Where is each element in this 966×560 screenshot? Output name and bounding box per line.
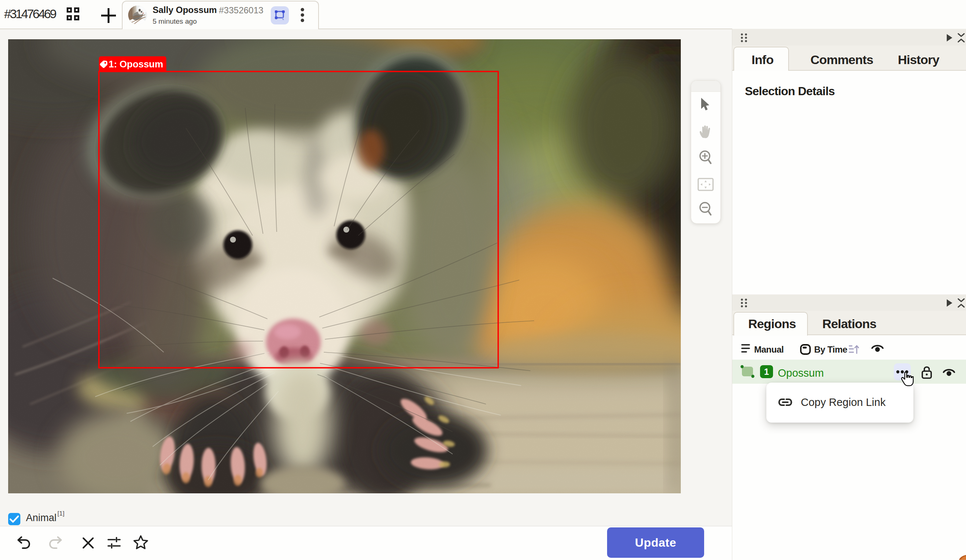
svg-text:1: Opossum: 1: Opossum: [108, 59, 163, 70]
